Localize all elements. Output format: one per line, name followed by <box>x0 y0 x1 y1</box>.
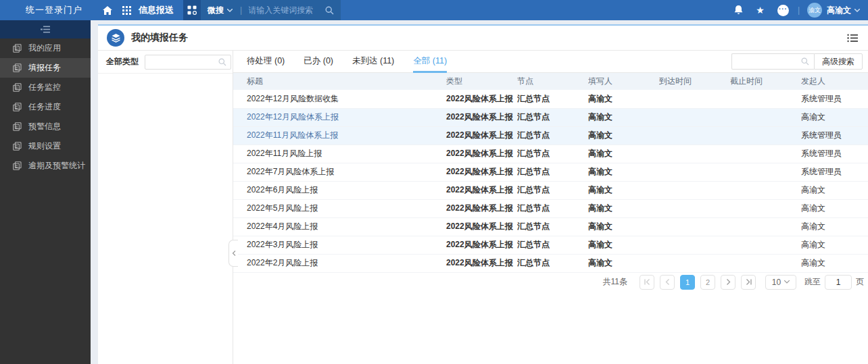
more-ellipsis-icon[interactable]: ··· <box>777 5 789 16</box>
task-deadline <box>730 145 801 163</box>
task-writer: 高渝文 <box>588 90 659 108</box>
tab-done[interactable]: 已办 (0) <box>304 51 333 73</box>
notifications-bell-icon[interactable] <box>734 5 743 15</box>
sidebar-item-report-tasks[interactable]: 填报任务 <box>0 58 91 78</box>
task-initiator: 高渝文 <box>801 108 868 126</box>
table-row[interactable]: 2022年5月风险上报2022风险体系上报汇总节点高渝文高渝文 <box>233 199 868 217</box>
sidebar-item-task-monitor[interactable]: 任务监控 <box>0 78 91 97</box>
task-type: 2022风险体系上报 <box>446 90 517 108</box>
user-chevron-down-icon[interactable] <box>854 9 860 12</box>
sidebar-item-rule-settings[interactable]: 规则设置 <box>0 136 91 156</box>
column-header: 类型 <box>446 73 517 90</box>
search-icon[interactable] <box>325 6 334 15</box>
task-deadline <box>730 254 801 272</box>
task-title[interactable]: 2022年11月风险体系上报 <box>233 126 446 145</box>
task-title[interactable]: 2022年4月风险上报 <box>233 217 446 236</box>
jump-page-input[interactable] <box>825 275 852 290</box>
task-title[interactable]: 2022年3月风险上报 <box>233 236 446 254</box>
user-avatar[interactable]: 渝文 <box>807 3 822 18</box>
task-title[interactable]: 2022年12月风险体系上报 <box>233 108 446 126</box>
task-deadline <box>730 108 801 126</box>
sidebar-item-overdue-warning-stats[interactable]: 逾期及预警统计 <box>0 156 91 176</box>
topbar: 统一登录门户 信息报送 微搜 | <box>0 0 868 20</box>
mini-app-icon[interactable] <box>183 0 201 20</box>
column-header: 发起人 <box>801 73 868 90</box>
type-filter-search-icon[interactable] <box>218 58 226 66</box>
task-writer: 高渝文 <box>588 236 659 254</box>
sidebar-item-my-apps[interactable]: 我的应用 <box>0 38 91 58</box>
next-page-button[interactable] <box>721 275 736 290</box>
column-header: 截止时间 <box>730 73 801 90</box>
user-name[interactable]: 高渝文 <box>827 5 851 16</box>
advanced-search-button[interactable]: 高级搜索 <box>814 53 863 70</box>
home-icon[interactable] <box>103 6 112 15</box>
page-button[interactable]: 2 <box>700 275 715 290</box>
task-deadline <box>730 181 801 199</box>
list-search-icon[interactable] <box>801 57 809 66</box>
topbar-right: ★ ··· | 渝文 高渝文 <box>734 3 860 18</box>
portal-title: 统一登录门户 <box>26 4 82 16</box>
task-node: 汇总节点 <box>517 199 588 217</box>
table-row[interactable]: 2022年3月风险上报2022风险体系上报汇总节点高渝文高渝文 <box>233 236 868 254</box>
task-title[interactable]: 2022年12月风险数据收集 <box>233 90 446 108</box>
type-filter-panel: 全部类型 <box>98 51 233 364</box>
task-writer: 高渝文 <box>588 108 659 126</box>
first-page-button[interactable] <box>640 275 654 290</box>
panel-collapse-handle[interactable] <box>228 240 238 267</box>
sidebar-item-label: 任务进度 <box>28 101 61 113</box>
wesearch-label[interactable]: 微搜 <box>208 5 224 16</box>
table-row[interactable]: 2022年7月风险体系上报2022风险体系上报汇总节点高渝文系统管理员 <box>233 163 868 181</box>
task-title[interactable]: 2022年6月风险上报 <box>233 181 446 199</box>
page-size-select[interactable]: 10 <box>765 275 796 290</box>
task-title[interactable]: 2022年2月风险上报 <box>233 254 446 272</box>
sidebar-collapse-icon <box>40 24 51 36</box>
pagination-total: 共11条 <box>603 276 627 288</box>
table-row[interactable]: 2022年6月风险上报2022风险体系上报汇总节点高渝文高渝文 <box>233 181 868 199</box>
apps-grid-icon[interactable] <box>122 6 131 15</box>
page-unit-label: 页 <box>856 276 864 288</box>
task-writer: 高渝文 <box>588 126 659 145</box>
table-row[interactable]: 2022年12月风险体系上报2022风险体系上报汇总节点高渝文高渝文 <box>233 108 868 126</box>
sidebar-item-label: 逾期及预警统计 <box>28 160 85 172</box>
table-row[interactable]: 2022年12月风险数据收集2022风险体系上报汇总节点高渝文系统管理员 <box>233 90 868 108</box>
sidebar-menu: 我的应用填报任务任务监控任务进度预警信息规则设置逾期及预警统计 <box>0 38 91 176</box>
tab-not-arrived[interactable]: 未到达 (11) <box>352 51 394 73</box>
sidebar-item-task-progress[interactable]: 任务进度 <box>0 97 91 117</box>
task-deadline <box>730 163 801 181</box>
wesearch-chevron-down-icon[interactable] <box>227 9 233 12</box>
task-title[interactable]: 2022年11月风险上报 <box>233 145 446 163</box>
tabs: 待处理 (0)已办 (0)未到达 (11)全部 (11) <box>233 51 466 73</box>
task-node: 汇总节点 <box>517 126 588 145</box>
task-node: 汇总节点 <box>517 181 588 199</box>
task-arrive-time <box>659 254 730 272</box>
table-row[interactable]: 2022年4月风险上报2022风险体系上报汇总节点高渝文高渝文 <box>233 217 868 236</box>
column-header: 填写人 <box>588 73 659 90</box>
view-toggle-list-icon[interactable] <box>847 34 858 43</box>
task-title[interactable]: 2022年5月风险上报 <box>233 199 446 217</box>
sidebar-collapse-button[interactable] <box>0 20 91 38</box>
task-title[interactable]: 2022年7月风险体系上报 <box>233 163 446 181</box>
prev-page-button[interactable] <box>660 275 675 290</box>
favorites-star-icon[interactable]: ★ <box>756 5 765 15</box>
table-row[interactable]: 2022年11月风险体系上报2022风险体系上报汇总节点高渝文系统管理员 <box>233 126 868 145</box>
table-row[interactable]: 2022年2月风险上报2022风险体系上报汇总节点高渝文高渝文 <box>233 254 868 272</box>
tab-pending[interactable]: 待处理 (0) <box>247 51 285 73</box>
type-filter-search-input[interactable] <box>145 57 218 67</box>
task-node: 汇总节点 <box>517 254 588 272</box>
task-initiator: 高渝文 <box>801 181 868 199</box>
task-writer: 高渝文 <box>588 199 659 217</box>
document-icon <box>13 63 22 72</box>
global-search-input[interactable] <box>248 5 324 15</box>
type-filter-label: 全部类型 <box>106 56 139 68</box>
task-initiator: 系统管理员 <box>801 163 868 181</box>
app-name[interactable]: 信息报送 <box>139 4 174 16</box>
sidebar-item-warning-info[interactable]: 预警信息 <box>0 117 91 136</box>
list-search-input[interactable] <box>732 57 801 66</box>
page-button[interactable]: 1 <box>680 275 695 290</box>
last-page-button[interactable] <box>741 275 756 290</box>
document-icon <box>13 44 22 53</box>
search-divider: | <box>240 5 242 15</box>
document-icon <box>13 161 22 170</box>
tab-all[interactable]: 全部 (11) <box>413 51 447 73</box>
table-row[interactable]: 2022年11月风险上报2022风险体系上报汇总节点高渝文系统管理员 <box>233 145 868 163</box>
